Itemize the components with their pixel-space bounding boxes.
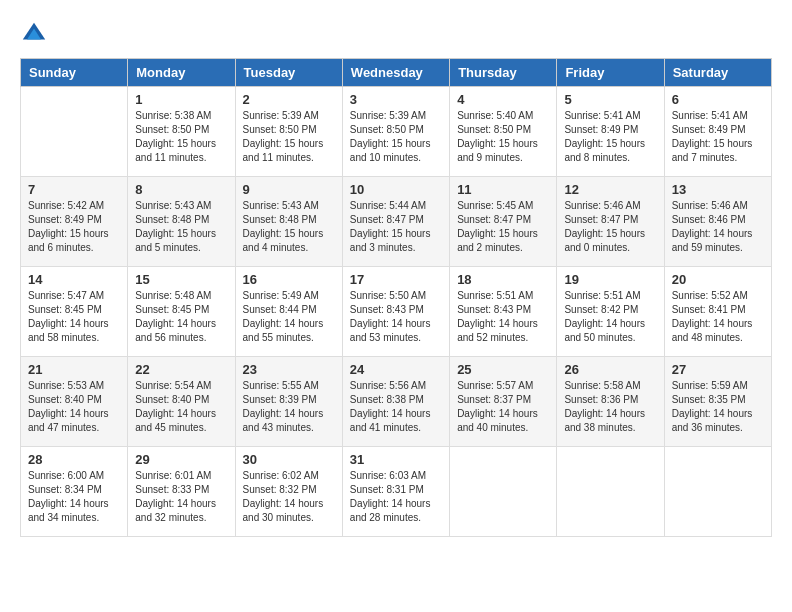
table-row: [21, 87, 128, 177]
cell-info: Sunrise: 5:50 AMSunset: 8:43 PMDaylight:…: [350, 290, 431, 343]
day-number: 2: [243, 92, 335, 107]
calendar-row: 1Sunrise: 5:38 AMSunset: 8:50 PMDaylight…: [21, 87, 772, 177]
table-row: 25Sunrise: 5:57 AMSunset: 8:37 PMDayligh…: [450, 357, 557, 447]
cell-info: Sunrise: 5:58 AMSunset: 8:36 PMDaylight:…: [564, 380, 645, 433]
cell-info: Sunrise: 5:46 AMSunset: 8:46 PMDaylight:…: [672, 200, 753, 253]
cell-info: Sunrise: 5:44 AMSunset: 8:47 PMDaylight:…: [350, 200, 431, 253]
day-number: 13: [672, 182, 764, 197]
cell-info: Sunrise: 5:41 AMSunset: 8:49 PMDaylight:…: [672, 110, 753, 163]
day-number: 6: [672, 92, 764, 107]
table-row: 7Sunrise: 5:42 AMSunset: 8:49 PMDaylight…: [21, 177, 128, 267]
table-row: 11Sunrise: 5:45 AMSunset: 8:47 PMDayligh…: [450, 177, 557, 267]
table-row: 30Sunrise: 6:02 AMSunset: 8:32 PMDayligh…: [235, 447, 342, 537]
day-number: 22: [135, 362, 227, 377]
table-row: 12Sunrise: 5:46 AMSunset: 8:47 PMDayligh…: [557, 177, 664, 267]
table-row: 31Sunrise: 6:03 AMSunset: 8:31 PMDayligh…: [342, 447, 449, 537]
cell-info: Sunrise: 5:43 AMSunset: 8:48 PMDaylight:…: [243, 200, 324, 253]
day-number: 27: [672, 362, 764, 377]
day-number: 15: [135, 272, 227, 287]
table-row: 10Sunrise: 5:44 AMSunset: 8:47 PMDayligh…: [342, 177, 449, 267]
day-number: 9: [243, 182, 335, 197]
day-number: 12: [564, 182, 656, 197]
cell-info: Sunrise: 5:40 AMSunset: 8:50 PMDaylight:…: [457, 110, 538, 163]
day-number: 19: [564, 272, 656, 287]
logo-icon: [20, 20, 48, 48]
table-row: [557, 447, 664, 537]
table-row: 18Sunrise: 5:51 AMSunset: 8:43 PMDayligh…: [450, 267, 557, 357]
cell-info: Sunrise: 5:45 AMSunset: 8:47 PMDaylight:…: [457, 200, 538, 253]
cell-info: Sunrise: 5:55 AMSunset: 8:39 PMDaylight:…: [243, 380, 324, 433]
table-row: 14Sunrise: 5:47 AMSunset: 8:45 PMDayligh…: [21, 267, 128, 357]
table-row: 21Sunrise: 5:53 AMSunset: 8:40 PMDayligh…: [21, 357, 128, 447]
col-friday: Friday: [557, 59, 664, 87]
cell-info: Sunrise: 5:52 AMSunset: 8:41 PMDaylight:…: [672, 290, 753, 343]
day-number: 29: [135, 452, 227, 467]
col-tuesday: Tuesday: [235, 59, 342, 87]
day-number: 8: [135, 182, 227, 197]
cell-info: Sunrise: 5:57 AMSunset: 8:37 PMDaylight:…: [457, 380, 538, 433]
cell-info: Sunrise: 5:54 AMSunset: 8:40 PMDaylight:…: [135, 380, 216, 433]
table-row: 2Sunrise: 5:39 AMSunset: 8:50 PMDaylight…: [235, 87, 342, 177]
cell-info: Sunrise: 5:47 AMSunset: 8:45 PMDaylight:…: [28, 290, 109, 343]
cell-info: Sunrise: 5:59 AMSunset: 8:35 PMDaylight:…: [672, 380, 753, 433]
cell-info: Sunrise: 5:46 AMSunset: 8:47 PMDaylight:…: [564, 200, 645, 253]
col-thursday: Thursday: [450, 59, 557, 87]
day-number: 21: [28, 362, 120, 377]
day-number: 18: [457, 272, 549, 287]
table-row: 3Sunrise: 5:39 AMSunset: 8:50 PMDaylight…: [342, 87, 449, 177]
calendar-row: 14Sunrise: 5:47 AMSunset: 8:45 PMDayligh…: [21, 267, 772, 357]
table-row: 29Sunrise: 6:01 AMSunset: 8:33 PMDayligh…: [128, 447, 235, 537]
col-monday: Monday: [128, 59, 235, 87]
table-row: 22Sunrise: 5:54 AMSunset: 8:40 PMDayligh…: [128, 357, 235, 447]
day-number: 1: [135, 92, 227, 107]
cell-info: Sunrise: 5:48 AMSunset: 8:45 PMDaylight:…: [135, 290, 216, 343]
day-number: 28: [28, 452, 120, 467]
table-row: 16Sunrise: 5:49 AMSunset: 8:44 PMDayligh…: [235, 267, 342, 357]
day-number: 11: [457, 182, 549, 197]
table-row: 6Sunrise: 5:41 AMSunset: 8:49 PMDaylight…: [664, 87, 771, 177]
day-number: 24: [350, 362, 442, 377]
cell-info: Sunrise: 5:43 AMSunset: 8:48 PMDaylight:…: [135, 200, 216, 253]
cell-info: Sunrise: 5:56 AMSunset: 8:38 PMDaylight:…: [350, 380, 431, 433]
table-row: 17Sunrise: 5:50 AMSunset: 8:43 PMDayligh…: [342, 267, 449, 357]
cell-info: Sunrise: 6:01 AMSunset: 8:33 PMDaylight:…: [135, 470, 216, 523]
table-row: 5Sunrise: 5:41 AMSunset: 8:49 PMDaylight…: [557, 87, 664, 177]
cell-info: Sunrise: 6:03 AMSunset: 8:31 PMDaylight:…: [350, 470, 431, 523]
table-row: 1Sunrise: 5:38 AMSunset: 8:50 PMDaylight…: [128, 87, 235, 177]
table-row: 24Sunrise: 5:56 AMSunset: 8:38 PMDayligh…: [342, 357, 449, 447]
logo: [20, 20, 52, 48]
calendar-row: 7Sunrise: 5:42 AMSunset: 8:49 PMDaylight…: [21, 177, 772, 267]
cell-info: Sunrise: 5:39 AMSunset: 8:50 PMDaylight:…: [243, 110, 324, 163]
day-number: 7: [28, 182, 120, 197]
day-number: 17: [350, 272, 442, 287]
table-row: 4Sunrise: 5:40 AMSunset: 8:50 PMDaylight…: [450, 87, 557, 177]
calendar-row: 28Sunrise: 6:00 AMSunset: 8:34 PMDayligh…: [21, 447, 772, 537]
table-row: 13Sunrise: 5:46 AMSunset: 8:46 PMDayligh…: [664, 177, 771, 267]
cell-info: Sunrise: 5:51 AMSunset: 8:42 PMDaylight:…: [564, 290, 645, 343]
table-row: 8Sunrise: 5:43 AMSunset: 8:48 PMDaylight…: [128, 177, 235, 267]
day-number: 23: [243, 362, 335, 377]
calendar-row: 21Sunrise: 5:53 AMSunset: 8:40 PMDayligh…: [21, 357, 772, 447]
day-number: 26: [564, 362, 656, 377]
table-row: 15Sunrise: 5:48 AMSunset: 8:45 PMDayligh…: [128, 267, 235, 357]
cell-info: Sunrise: 6:00 AMSunset: 8:34 PMDaylight:…: [28, 470, 109, 523]
cell-info: Sunrise: 5:42 AMSunset: 8:49 PMDaylight:…: [28, 200, 109, 253]
col-wednesday: Wednesday: [342, 59, 449, 87]
col-sunday: Sunday: [21, 59, 128, 87]
header-row: Sunday Monday Tuesday Wednesday Thursday…: [21, 59, 772, 87]
table-row: 19Sunrise: 5:51 AMSunset: 8:42 PMDayligh…: [557, 267, 664, 357]
day-number: 3: [350, 92, 442, 107]
cell-info: Sunrise: 5:53 AMSunset: 8:40 PMDaylight:…: [28, 380, 109, 433]
table-row: [450, 447, 557, 537]
cell-info: Sunrise: 5:49 AMSunset: 8:44 PMDaylight:…: [243, 290, 324, 343]
day-number: 16: [243, 272, 335, 287]
day-number: 10: [350, 182, 442, 197]
table-row: 28Sunrise: 6:00 AMSunset: 8:34 PMDayligh…: [21, 447, 128, 537]
table-row: 23Sunrise: 5:55 AMSunset: 8:39 PMDayligh…: [235, 357, 342, 447]
table-row: 27Sunrise: 5:59 AMSunset: 8:35 PMDayligh…: [664, 357, 771, 447]
cell-info: Sunrise: 5:38 AMSunset: 8:50 PMDaylight:…: [135, 110, 216, 163]
day-number: 20: [672, 272, 764, 287]
cell-info: Sunrise: 6:02 AMSunset: 8:32 PMDaylight:…: [243, 470, 324, 523]
day-number: 30: [243, 452, 335, 467]
cell-info: Sunrise: 5:41 AMSunset: 8:49 PMDaylight:…: [564, 110, 645, 163]
